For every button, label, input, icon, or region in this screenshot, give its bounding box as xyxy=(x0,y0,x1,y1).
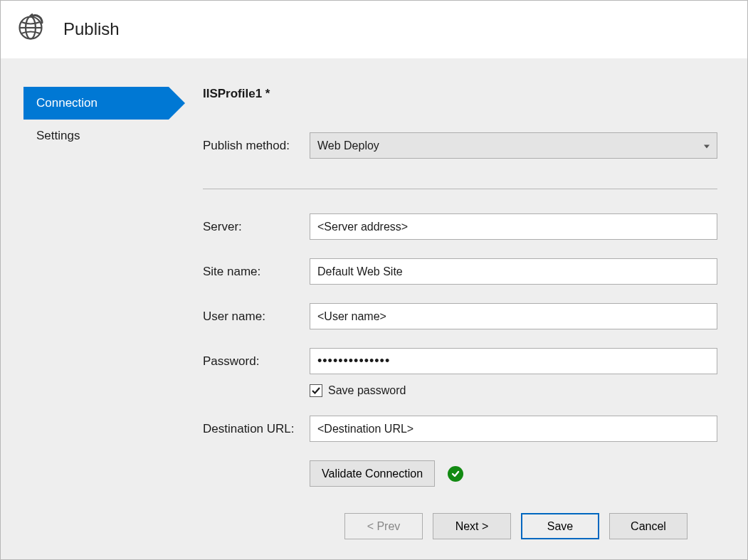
sidebar-item-label: Connection xyxy=(36,96,98,110)
sidebar-item-label: Settings xyxy=(36,129,80,143)
dialog-body: Connection Settings IISProfile1 * Publis… xyxy=(1,58,747,559)
publish-method-label: Publish method: xyxy=(203,139,310,153)
server-label: Server: xyxy=(203,220,310,234)
site-name-label: Site name: xyxy=(203,265,310,279)
user-name-input[interactable] xyxy=(310,303,717,329)
prev-button[interactable]: < Prev xyxy=(344,513,423,539)
validate-connection-button[interactable]: Validate Connection xyxy=(310,460,435,487)
server-input[interactable] xyxy=(310,213,717,240)
publish-dialog: Publish Connection Settings IISProfile1 … xyxy=(0,0,748,560)
next-button[interactable]: Next > xyxy=(433,513,511,539)
profile-name: IISProfile1 * xyxy=(203,87,717,101)
password-label: Password: xyxy=(203,354,310,369)
password-input[interactable]: •••••••••••••• xyxy=(310,348,717,374)
destination-url-label: Destination URL: xyxy=(203,422,310,436)
validation-success-icon xyxy=(448,466,463,482)
wizard-footer: < Prev Next > Save Cancel xyxy=(23,495,717,559)
cancel-button-label: Cancel xyxy=(631,520,666,533)
publish-globe-icon xyxy=(16,14,45,44)
wizard-main: IISProfile1 * Publish method: Web Deploy… xyxy=(197,87,717,495)
sidebar-item-settings[interactable]: Settings xyxy=(23,120,169,152)
svg-marker-3 xyxy=(29,14,33,19)
dialog-title: Publish xyxy=(63,19,120,39)
password-mask: •••••••••••••• xyxy=(317,354,390,369)
cancel-button[interactable]: Cancel xyxy=(609,513,688,539)
save-password-label: Save password xyxy=(328,384,406,397)
sidebar-item-connection[interactable]: Connection xyxy=(23,87,169,120)
publish-method-select[interactable]: Web Deploy xyxy=(310,132,717,159)
validate-connection-label: Validate Connection xyxy=(322,467,423,480)
save-button[interactable]: Save xyxy=(521,513,599,539)
destination-url-input[interactable] xyxy=(310,416,717,442)
section-divider xyxy=(203,189,717,189)
save-password-checkbox[interactable] xyxy=(310,384,322,397)
prev-button-label: < Prev xyxy=(367,520,401,533)
save-button-label: Save xyxy=(547,520,573,533)
site-name-input[interactable] xyxy=(310,258,717,285)
checkmark-icon xyxy=(311,386,321,396)
wizard-sidebar: Connection Settings xyxy=(23,87,197,495)
dialog-header: Publish xyxy=(1,1,747,58)
next-button-label: Next > xyxy=(455,520,489,533)
user-name-label: User name: xyxy=(203,310,310,324)
publish-method-value: Web Deploy xyxy=(317,139,379,152)
